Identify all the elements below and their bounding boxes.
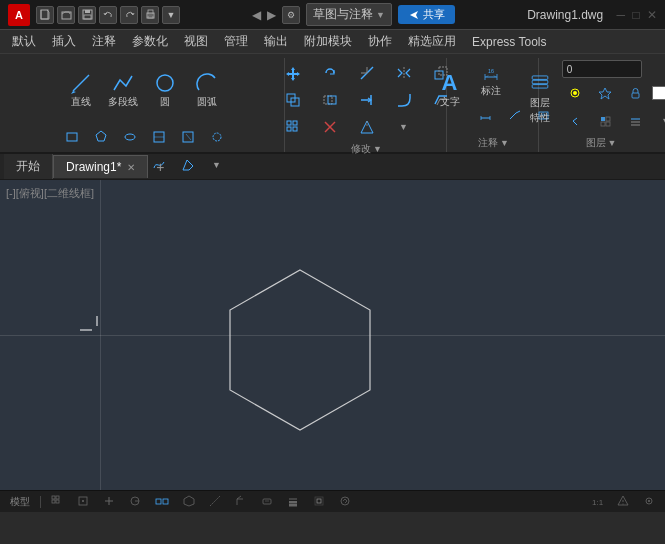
status-selcycle[interactable] (335, 495, 355, 509)
new-file-btn[interactable] (36, 6, 54, 24)
svg-text:1:1: 1:1 (592, 498, 603, 507)
erase-btn[interactable] (312, 114, 348, 140)
polyline-btn[interactable]: 多段线 (103, 60, 143, 120)
status-ducs[interactable] (231, 495, 251, 509)
line-btn[interactable]: 直线 (61, 60, 101, 120)
menu-insert[interactable]: 插入 (44, 31, 84, 52)
menu-default[interactable]: 默认 (4, 31, 44, 52)
selcycle-icon (339, 495, 351, 507)
extend-btn[interactable] (349, 87, 385, 113)
share-button[interactable]: 共享 (398, 5, 455, 24)
circle-btn[interactable]: 圆 (145, 60, 185, 120)
status-units[interactable]: 1:1 (587, 495, 607, 509)
mirror-btn[interactable] (386, 60, 422, 86)
layer-prev-btn[interactable] (562, 108, 590, 134)
drawing-canvas[interactable] (0, 180, 665, 490)
svg-point-98 (341, 497, 349, 505)
copy-btn[interactable] (275, 87, 311, 113)
print-btn[interactable] (141, 6, 159, 24)
trim-btn[interactable] (349, 60, 385, 86)
wipeout-btn[interactable] (174, 152, 202, 178)
modify-group-chevron[interactable]: ▼ (373, 144, 382, 154)
status-dynin[interactable] (257, 495, 277, 509)
svg-rect-72 (601, 122, 605, 126)
workspace-settings-btn[interactable]: ⚙ (282, 6, 300, 24)
layer-lock-btn[interactable] (622, 80, 650, 106)
stretch-btn[interactable] (312, 87, 348, 113)
text-btn[interactable]: A 文字 (430, 60, 470, 120)
tab-drawing1[interactable]: Drawing1* ✕ (53, 155, 148, 178)
status-transparency[interactable] (309, 495, 329, 509)
layer-freeze-btn[interactable] (592, 80, 620, 106)
layer-group-chevron[interactable]: ▼ (608, 138, 617, 148)
lweight-icon (287, 495, 299, 507)
layer-off-btn[interactable] (562, 80, 590, 106)
save-btn[interactable] (78, 6, 96, 24)
status-polar[interactable] (125, 495, 145, 509)
gradient-btn[interactable] (174, 124, 202, 150)
layer-name-display[interactable]: 0 (562, 60, 642, 78)
status-osnap[interactable] (151, 495, 173, 509)
draw-more-btn[interactable]: ▼ (203, 152, 231, 178)
menu-addons[interactable]: 附加模块 (296, 31, 360, 52)
layer-match-btn[interactable] (622, 108, 650, 134)
menu-view[interactable]: 视图 (176, 31, 216, 52)
hatch-btn[interactable] (145, 124, 173, 150)
annotate-group-chevron[interactable]: ▼ (500, 138, 509, 148)
dimlin-btn[interactable] (472, 101, 500, 127)
rect-btn[interactable] (58, 124, 86, 150)
status-lweight[interactable] (283, 495, 303, 509)
status-ortho[interactable] (99, 495, 119, 509)
status-otrack[interactable] (205, 495, 225, 509)
modify-more-btn[interactable]: ▼ (386, 114, 422, 140)
menu-featured[interactable]: 精选应用 (400, 31, 464, 52)
fillet-btn[interactable] (386, 87, 422, 113)
svg-rect-41 (287, 121, 291, 125)
app-logo[interactable]: A (8, 4, 30, 26)
menu-collaborate[interactable]: 协作 (360, 31, 400, 52)
layer-isolate-btn[interactable] (592, 108, 620, 134)
status-isolate[interactable] (639, 495, 659, 509)
menu-parametric[interactable]: 参数化 (124, 31, 176, 52)
status-model[interactable]: 模型 (6, 495, 34, 509)
tab-start[interactable]: 开始 (4, 154, 53, 179)
polygon-btn[interactable] (87, 124, 115, 150)
more-btn[interactable]: ▼ (162, 6, 180, 24)
svg-marker-12 (96, 131, 106, 141)
ellipse-btn[interactable] (116, 124, 144, 150)
status-3dosnap[interactable] (179, 495, 199, 509)
workspace-dropdown[interactable]: 草图与注释 ▼ (306, 3, 392, 26)
maximize-btn[interactable]: □ (632, 8, 639, 22)
nav-right[interactable]: ▶ (267, 8, 276, 22)
tab-drawing-label: Drawing1* (66, 160, 121, 174)
tab-drawing-close[interactable]: ✕ (127, 162, 135, 173)
tab-add-button[interactable]: + (148, 155, 172, 179)
layer-more-btn[interactable]: ▼ (652, 108, 665, 134)
rotate-btn[interactable] (312, 60, 348, 86)
move-btn[interactable] (275, 60, 311, 86)
color-swatch-white[interactable] (652, 86, 665, 100)
nav-left[interactable]: ◀ (252, 8, 261, 22)
menu-express-tools[interactable]: Express Tools (464, 33, 554, 51)
layer-properties-btn[interactable]: 图层 特性 (520, 67, 560, 127)
minimize-btn[interactable]: ─ (617, 8, 626, 22)
status-snap[interactable] (73, 495, 93, 509)
menu-manage[interactable]: 管理 (216, 31, 256, 52)
line-icon (70, 72, 92, 94)
menu-annotate[interactable]: 注释 (84, 31, 124, 52)
status-qprop[interactable] (613, 495, 633, 509)
svg-marker-26 (183, 160, 193, 170)
undo-btn[interactable] (99, 6, 117, 24)
menu-output[interactable]: 输出 (256, 31, 296, 52)
canvas-area[interactable]: [-][俯视][二维线框] (0, 180, 665, 490)
dimension-btn[interactable]: 16 标注 (472, 60, 510, 100)
redo-btn[interactable] (120, 6, 138, 24)
arc-btn[interactable]: 圆弧 (187, 60, 227, 120)
status-grid[interactable] (47, 495, 67, 509)
explode-btn[interactable] (349, 114, 385, 140)
boundary-btn[interactable] (203, 124, 231, 150)
array-btn[interactable] (275, 114, 311, 140)
open-file-btn[interactable] (57, 6, 75, 24)
svg-line-58 (510, 113, 516, 119)
close-btn[interactable]: ✕ (647, 8, 657, 22)
